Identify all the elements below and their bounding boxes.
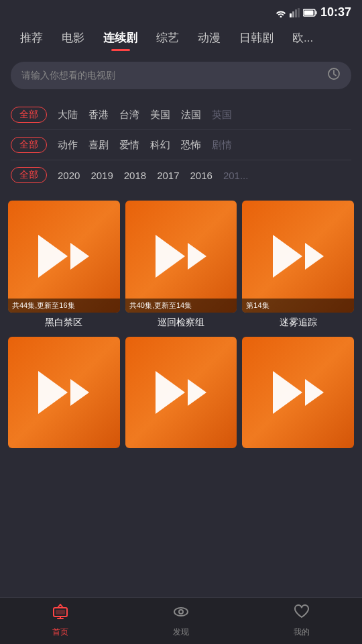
status-icons: 10:37: [275, 5, 351, 19]
episode-badge: 共44集,更新至16集: [8, 299, 120, 313]
search-placeholder: 请输入你想看的电视剧: [21, 70, 322, 82]
tab-variety[interactable]: 综艺: [147, 28, 188, 48]
list-item[interactable]: 共40集,更新至14集 巡回检察组: [125, 201, 237, 331]
filter-2020[interactable]: 2020: [58, 170, 80, 181]
list-item[interactable]: 共44集,更新至16集 黑白禁区: [8, 201, 120, 331]
thumbnail: 共44集,更新至16集: [8, 201, 120, 313]
svg-rect-1: [292, 11, 294, 17]
home-tv-icon: [52, 604, 69, 624]
nav-discover-label: 发现: [173, 627, 189, 638]
filter-all-region[interactable]: 全部: [11, 107, 47, 123]
item-title: [8, 452, 120, 455]
svg-rect-3: [298, 8, 300, 17]
filter-usa[interactable]: 美国: [150, 109, 170, 121]
filter-scifi[interactable]: 科幻: [150, 139, 170, 152]
nav-home-label: 首页: [52, 627, 68, 638]
svg-rect-5: [315, 11, 316, 14]
svg-rect-0: [290, 13, 292, 17]
filter-all-genre[interactable]: 全部: [11, 137, 47, 153]
list-item[interactable]: [242, 337, 354, 455]
mine-heart-icon: [293, 604, 310, 624]
filter-section: 全部 大陆 香港 台湾 美国 法国 英国 全部 动作 喜剧 爱情 科幻 恐怖 剧…: [0, 100, 362, 190]
filter-all-year[interactable]: 全部: [11, 167, 47, 183]
filter-2018[interactable]: 2018: [124, 170, 146, 181]
filter-hongkong[interactable]: 香港: [88, 109, 109, 121]
nav-tabs: 推荐 电影 连续剧 综艺 动漫 日韩剧 欧...: [0, 22, 362, 56]
play-logo: [242, 337, 354, 449]
content-grid: 共44集,更新至16集 黑白禁区 共40集,更新至14集 巡回检察组: [0, 193, 362, 455]
tab-western[interactable]: 欧...: [283, 28, 322, 48]
svg-rect-2: [295, 9, 297, 17]
list-item[interactable]: [125, 337, 237, 455]
svg-rect-6: [304, 10, 313, 15]
item-title: 巡回检察组: [125, 317, 237, 331]
filter-comedy[interactable]: 喜剧: [88, 139, 109, 152]
item-title: 黑白禁区: [8, 317, 120, 331]
discover-eye-icon: [172, 604, 190, 624]
filter-2016[interactable]: 2016: [190, 170, 213, 181]
filter-row-year: 全部 2020 2019 2018 2017 2016 201...: [11, 160, 351, 190]
svg-rect-9: [56, 610, 65, 614]
thumbnail: 共40集,更新至14集: [125, 201, 237, 313]
thumbnail: [125, 337, 237, 449]
filter-row-genre: 全部 动作 喜剧 爱情 科幻 恐怖 剧情: [11, 130, 351, 160]
play-logo: [8, 201, 120, 313]
thumbnail: [8, 337, 120, 449]
list-item[interactable]: [8, 337, 120, 455]
nav-mine-label: 我的: [294, 627, 310, 638]
nav-mine[interactable]: 我的: [293, 604, 310, 638]
play-logo: [8, 337, 120, 449]
battery-icon: [303, 9, 318, 17]
tab-korean[interactable]: 日韩剧: [230, 28, 283, 48]
bottom-nav: 首页 发现 我的: [0, 597, 362, 644]
search-bar[interactable]: 请输入你想看的电视剧: [11, 62, 351, 89]
thumbnail: [242, 337, 354, 449]
svg-point-11: [179, 610, 183, 614]
play-logo: [125, 201, 237, 313]
filter-romance[interactable]: 爱情: [119, 139, 139, 152]
status-bar: 10:37: [0, 0, 362, 22]
filter-older[interactable]: 201...: [223, 170, 249, 181]
item-title: [125, 452, 237, 455]
tab-anime[interactable]: 动漫: [188, 28, 230, 48]
filter-drama[interactable]: 剧情: [212, 139, 232, 152]
play-logo: [242, 201, 354, 313]
filter-uk[interactable]: 英国: [212, 109, 232, 121]
filter-france[interactable]: 法国: [181, 109, 201, 121]
filter-action[interactable]: 动作: [58, 139, 78, 152]
episode-badge: 共40集,更新至14集: [125, 299, 237, 313]
item-title: 迷雾追踪: [242, 317, 354, 331]
signal-icon: [290, 8, 300, 17]
episode-badge: 第14集: [242, 299, 354, 313]
wifi-icon: [275, 8, 287, 17]
list-item[interactable]: 第14集 迷雾追踪: [242, 201, 354, 331]
play-logo: [125, 337, 237, 449]
clock-icon: [327, 67, 341, 84]
nav-discover[interactable]: 发现: [172, 604, 190, 638]
filter-horror[interactable]: 恐怖: [181, 139, 201, 152]
filter-taiwan[interactable]: 台湾: [119, 109, 139, 121]
filter-mainland[interactable]: 大陆: [58, 109, 78, 121]
nav-home[interactable]: 首页: [52, 604, 69, 638]
filter-2019[interactable]: 2019: [90, 170, 113, 181]
filter-row-region: 全部 大陆 香港 台湾 美国 法国 英国: [11, 100, 351, 130]
status-time: 10:37: [320, 5, 351, 19]
filter-2017[interactable]: 2017: [157, 170, 179, 181]
item-title: [242, 452, 354, 455]
thumbnail: 第14集: [242, 201, 354, 313]
tab-recommend[interactable]: 推荐: [11, 28, 52, 48]
tab-movie[interactable]: 电影: [52, 28, 94, 48]
svg-point-10: [174, 608, 188, 616]
tab-series[interactable]: 连续剧: [94, 28, 147, 48]
